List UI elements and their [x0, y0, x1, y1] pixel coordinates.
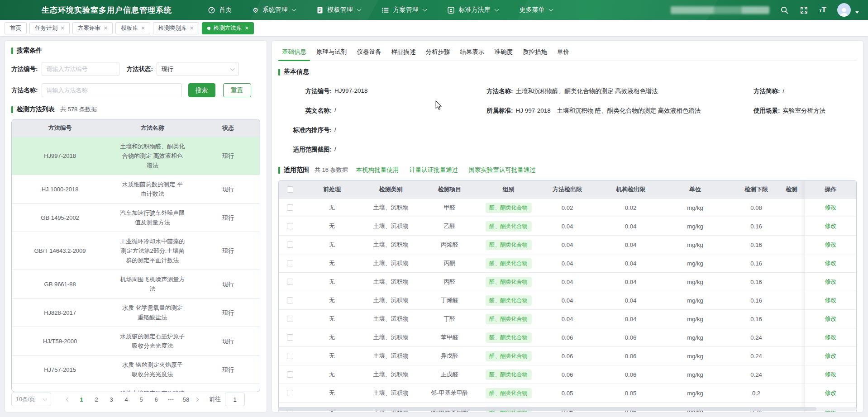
table-row[interactable]: 无 土壤、沉积物 丙烯醛 醛、酮类化合物 0.04 0.04 mg/kg 0.1… — [279, 236, 856, 254]
table-row[interactable]: GB 1495-2002 汽车加速行驶车外噪声限值及测量方法 现行 — [12, 203, 260, 232]
page-number[interactable]: 1 — [77, 396, 86, 403]
page-number[interactable]: 2 — [92, 396, 101, 403]
method-status-select[interactable]: 现行 — [157, 62, 239, 76]
method-name-input[interactable] — [42, 83, 182, 97]
edit-link[interactable]: 修改 — [825, 278, 837, 286]
page-tab[interactable]: 模板库 — [115, 22, 150, 34]
table-row[interactable]: GB/T 14643.2-2009 工业循环冷却水中菌藻的测定方法第2部分:土壤… — [12, 232, 260, 270]
close-icon[interactable] — [245, 25, 248, 32]
page-tab[interactable]: 方案评审 — [72, 22, 113, 34]
row-checkbox[interactable] — [287, 316, 293, 322]
table-row[interactable]: HJ 1000-2018 水质细菌总数的测定 平血计数法 现行 — [12, 175, 260, 203]
page-tab[interactable]: 首页 — [5, 22, 27, 34]
method-name-cell: 水质细菌总数的测定 平血计数法 — [108, 180, 196, 199]
table-row[interactable]: 无 土壤、沉积物 异戊醛 醛、酮类化合物 0.06 0.06 mg/kg 0.2… — [279, 347, 856, 365]
table-row[interactable]: 无 土壤、沉积物 邻-甲基苯甲醛 醛、酮类化合物 0.05 0.05 mg/kg… — [279, 384, 856, 403]
edit-link[interactable]: 修改 — [825, 315, 837, 323]
edit-link[interactable]: 修改 — [825, 333, 837, 341]
row-checkbox[interactable] — [287, 204, 293, 211]
table-row[interactable]: 无 土壤、沉积物 乙醛 醛、酮类化合物 0.04 0.04 mg/kg 0.16 — [279, 217, 856, 236]
row-checkbox[interactable] — [287, 353, 293, 359]
row-checkbox[interactable] — [287, 223, 293, 229]
detail-tab[interactable]: 单价 — [553, 47, 573, 61]
page-tab[interactable]: 检测类别库 — [153, 22, 199, 34]
close-icon[interactable] — [190, 25, 194, 32]
row-checkbox[interactable] — [287, 260, 293, 266]
row-checkbox[interactable] — [287, 297, 293, 303]
menu-scheme[interactable]: 方案管理 — [371, 0, 437, 20]
row-checkbox[interactable] — [287, 279, 293, 285]
page-tab[interactable]: 任务计划 — [29, 22, 70, 34]
row-checkbox[interactable] — [287, 371, 293, 378]
page-number[interactable]: 4 — [122, 396, 131, 403]
table-row[interactable]: 无 土壤、沉积物 甲醛 醛、酮类化合物 0.02 0.02 mg/kg 0.08 — [279, 199, 856, 217]
edit-link[interactable]: 修改 — [825, 259, 837, 267]
close-icon[interactable] — [104, 25, 107, 32]
edit-link[interactable]: 修改 — [825, 204, 837, 212]
detail-tab[interactable]: 基础信息 — [278, 47, 310, 61]
page-number[interactable]: ••• — [167, 397, 176, 402]
category-cell: 土壤、沉积物 — [362, 204, 419, 212]
close-icon[interactable] — [141, 25, 145, 32]
edit-link[interactable]: 修改 — [825, 389, 837, 397]
detail-tab[interactable]: 准确度 — [491, 47, 517, 61]
select-all-checkbox[interactable] — [287, 186, 293, 193]
pretreatment-cell: 无 — [301, 370, 362, 379]
scope-action-link[interactable]: 国家实验室认可批量通过 — [468, 166, 536, 174]
menu-more[interactable]: 更多菜单 — [509, 0, 563, 20]
table-row[interactable]: 无 土壤、沉积物 正戊醛 醛、酮类化合物 0.06 0.06 mg/kg 0.2… — [279, 365, 856, 384]
font-size-icon[interactable]: тT — [819, 5, 826, 14]
table-row[interactable]: 无 土壤、沉积物 丙醛 醛、酮类化合物 0.04 0.04 mg/kg 0.16 — [279, 273, 856, 291]
menu-standard-library[interactable]: 标准方法库 — [437, 0, 509, 20]
edit-link[interactable]: 修改 — [825, 222, 837, 230]
prev-page-icon[interactable] — [66, 397, 71, 402]
page-tab[interactable]: 检测方法库 — [202, 22, 254, 34]
menu-template[interactable]: 模板管理 — [306, 0, 371, 20]
scrollbar-thumb[interactable] — [278, 407, 816, 411]
detail-tab[interactable]: 仪器设备 — [353, 47, 385, 61]
table-row[interactable]: 无 土壤、沉积物 苯甲醛 醛、酮类化合物 0.06 0.06 mg/kg 0.2… — [279, 328, 856, 347]
avatar[interactable] — [837, 3, 851, 17]
detail-tab[interactable]: 分析步骤 — [422, 47, 454, 61]
detail-tab[interactable]: 质控措施 — [519, 47, 551, 61]
edit-link[interactable]: 修改 — [825, 296, 837, 304]
menu-home[interactable]: 首页 — [197, 0, 242, 20]
page-number[interactable]: 6 — [152, 396, 161, 403]
menu-system[interactable]: ⚙ 系统管理 — [242, 0, 306, 20]
scope-action-link[interactable]: 计量认证批量通过 — [409, 166, 458, 174]
method-limit-cell: 0.04 — [537, 223, 598, 230]
search-icon[interactable] — [780, 6, 789, 14]
search-button[interactable]: 搜索 — [188, 83, 215, 97]
scope-action-link[interactable]: 本机构批量使用 — [356, 166, 399, 174]
table-row[interactable]: HJ757-2015 水质 铬的测定火焰原子吸收分光光度法 现行 — [12, 355, 260, 384]
page-size-select[interactable]: 10条/页 — [11, 393, 51, 406]
table-row[interactable]: HJ/T59-2000 水质铍的测定石墨炉原子吸收分光光度法 现行 — [12, 327, 260, 355]
table-row[interactable]: 无 土壤、沉积物 丙酮 醛、酮类化合物 0.04 0.04 mg/kg 0.16 — [279, 254, 856, 273]
goto-page-input[interactable] — [225, 393, 245, 406]
table-row[interactable]: 无 土壤、沉积物 丁醛 醛、酮类化合物 0.04 0.04 mg/kg 0.16 — [279, 310, 856, 328]
row-checkbox[interactable] — [287, 390, 293, 396]
table-row[interactable]: HJ997-2018 土壤和沉积物醛、酮类化合物的测定 高效液相色谱法 现行 — [12, 137, 260, 175]
page-number[interactable]: 58 — [181, 396, 191, 403]
table-row[interactable]: GB 9661-88 机场周围飞机噪声测量方法 现行 — [12, 270, 260, 298]
detail-tab[interactable]: 原理与试剂 — [313, 47, 351, 61]
chevron-down-icon[interactable] — [855, 11, 859, 14]
table-row[interactable]: 酸性土壤铵态氮有效磷速效钾 — [12, 384, 260, 392]
edit-link[interactable]: 修改 — [825, 352, 837, 360]
edit-link[interactable]: 修改 — [825, 370, 837, 379]
edit-link[interactable]: 修改 — [825, 241, 837, 249]
detail-tab[interactable]: 样品描述 — [388, 47, 420, 61]
table-row[interactable]: HJ828-2017 水质 化学需氧量的测定重铬酸盐法 现行 — [12, 298, 260, 327]
fullscreen-icon[interactable] — [800, 6, 808, 14]
next-page-icon[interactable] — [195, 397, 199, 402]
horizontal-scrollbar[interactable] — [278, 407, 857, 411]
reset-button[interactable]: 重置 — [223, 83, 251, 97]
row-checkbox[interactable] — [287, 334, 293, 341]
close-icon[interactable] — [61, 25, 64, 32]
method-code-input[interactable] — [42, 62, 119, 76]
table-row[interactable]: 无 土壤、沉积物 丁烯醛 醛、酮类化合物 0.04 0.04 mg/kg 0.1… — [279, 291, 856, 310]
page-number[interactable]: 5 — [137, 396, 146, 403]
row-checkbox[interactable] — [287, 242, 293, 248]
detail-tab[interactable]: 结果表示 — [457, 47, 488, 61]
page-number[interactable]: 3 — [107, 396, 116, 403]
